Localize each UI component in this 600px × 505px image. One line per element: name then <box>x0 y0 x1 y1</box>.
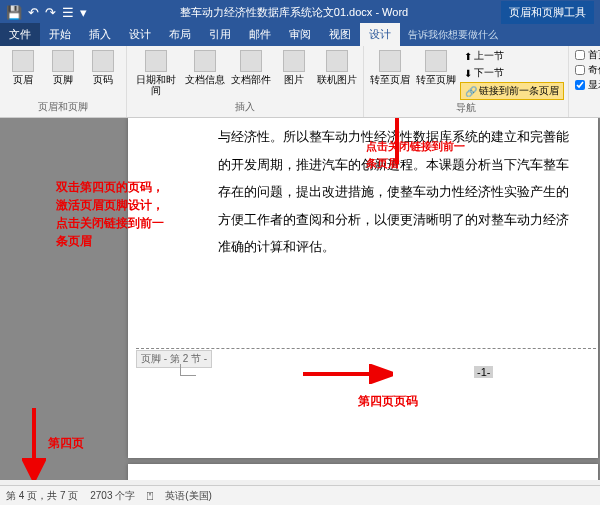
qat-undo[interactable]: ↶ <box>28 5 39 20</box>
annotation-mid: 第四页页码 <box>358 392 418 410</box>
tab-mailings[interactable]: 邮件 <box>240 23 280 46</box>
next-page-peek <box>128 464 598 480</box>
annotation-left: 双击第四页的页码， 激活页眉页脚设计， 点击关闭链接到前一 条页眉 <box>56 178 176 250</box>
prev-section-button[interactable]: ⬆上一节 <box>460 48 564 64</box>
tab-insert[interactable]: 插入 <box>80 23 120 46</box>
qat-save[interactable]: 💾 <box>6 5 22 20</box>
status-page[interactable]: 第 4 页，共 7 页 <box>6 489 78 503</box>
annotation-bottom: 第四页 <box>48 434 84 452</box>
tab-hf-design[interactable]: 设计 <box>360 23 400 46</box>
page-number-field[interactable]: -1- <box>474 366 493 378</box>
pagenum-button[interactable]: 页码 <box>84 48 122 87</box>
group-insert: 日期和时间 文档信息 文档部件 图片 联机图片 插入 <box>127 46 364 117</box>
group-header-footer: 页眉 页脚 页码 页眉和页脚 <box>0 46 127 117</box>
footer-button[interactable]: 页脚 <box>44 48 82 87</box>
pictures-button[interactable]: 图片 <box>275 48 313 87</box>
arrow-down-icon <box>22 408 46 480</box>
footer-separator <box>136 348 596 349</box>
status-words[interactable]: 2703 个字 <box>90 489 135 503</box>
show-doc-checkbox[interactable]: 显示文档文字 <box>573 78 600 92</box>
group-options: 首页不同 奇偶页不同 显示文档文字 选项 <box>569 46 600 117</box>
tab-home[interactable]: 开始 <box>40 23 80 46</box>
arrow-up-icon <box>382 118 412 164</box>
group-label: 页眉和页脚 <box>38 99 88 115</box>
link-previous-button[interactable]: 🔗链接到前一条页眉 <box>460 82 564 100</box>
status-lang-icon: ⍞ <box>147 490 153 501</box>
goto-footer-button[interactable]: 转至页脚 <box>414 48 458 87</box>
crop-mark <box>180 364 196 376</box>
tab-review[interactable]: 审阅 <box>280 23 320 46</box>
goto-header-button[interactable]: 转至页眉 <box>368 48 412 87</box>
group-label: 插入 <box>235 99 255 115</box>
diff-oddeven-checkbox[interactable]: 奇偶页不同 <box>573 63 600 77</box>
tell-me[interactable]: 告诉我你想要做什么 <box>400 24 506 46</box>
status-lang[interactable]: 英语(美国) <box>165 489 212 503</box>
tab-references[interactable]: 引用 <box>200 23 240 46</box>
tab-view[interactable]: 视图 <box>320 23 360 46</box>
tab-design[interactable]: 设计 <box>120 23 160 46</box>
document-area[interactable]: 与经济性。所以整车动力性经济性数据库系统的建立和完善能 的开发周期，推进汽车的创… <box>0 118 600 480</box>
next-section-button[interactable]: ⬇下一节 <box>460 65 564 81</box>
window-title: 整车动力经济性数据库系统论文01.docx - Word <box>87 5 501 20</box>
group-label: 导航 <box>456 100 476 116</box>
datetime-button[interactable]: 日期和时间 <box>131 48 181 98</box>
footer-section-tag: 页脚 - 第 2 节 - <box>136 350 212 368</box>
context-tool-title: 页眉和页脚工具 <box>501 1 594 24</box>
group-navigation: 转至页眉 转至页脚 ⬆上一节 ⬇下一节 🔗链接到前一条页眉 导航 <box>364 46 569 117</box>
header-button[interactable]: 页眉 <box>4 48 42 87</box>
docinfo-button[interactable]: 文档信息 <box>183 48 227 87</box>
arrow-right-icon <box>303 364 393 384</box>
qat-redo[interactable]: ↷ <box>45 5 56 20</box>
qat-touch[interactable]: ☰ <box>62 5 74 20</box>
qat-more[interactable]: ▾ <box>80 5 87 20</box>
tab-file[interactable]: 文件 <box>0 23 40 46</box>
tab-layout[interactable]: 布局 <box>160 23 200 46</box>
quickparts-button[interactable]: 文档部件 <box>229 48 273 87</box>
online-pics-button[interactable]: 联机图片 <box>315 48 359 87</box>
diff-first-checkbox[interactable]: 首页不同 <box>573 48 600 62</box>
